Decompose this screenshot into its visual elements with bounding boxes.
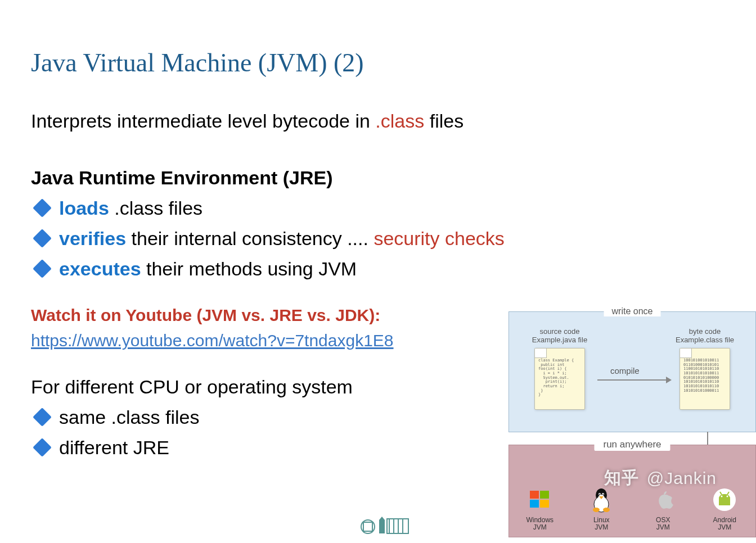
footer-decoration-icon (360, 515, 411, 540)
slide: Java Virtual Machine (JVM) (2) Interpret… (0, 0, 756, 543)
source-caption: source code Example.java file (526, 328, 593, 345)
wora-diagram: write once source code Example.java file… (508, 311, 756, 537)
jvm-row: WindowsJVM (509, 486, 755, 531)
slide-title: Java Virtual Machine (JVM) (2) (31, 48, 725, 78)
jvm-name: Android (713, 516, 736, 524)
windows-icon (526, 486, 554, 513)
jre-item-verifies: verifies their internal consistency ....… (31, 226, 725, 252)
svg-rect-1 (540, 491, 549, 499)
svg-rect-2 (530, 500, 539, 508)
jre-red: security checks (374, 228, 504, 249)
svg-rect-0 (530, 491, 539, 499)
android-icon (711, 486, 738, 513)
diagram-write-once: write once source code Example.java file… (508, 311, 756, 432)
jvm-sub: JVM (595, 523, 608, 531)
intro-prefix: Interprets intermediate level bytecode i… (31, 110, 375, 132)
source-caption2: Example.java file (532, 336, 587, 344)
bytecode-file: byte code Example.class file 10010100101… (671, 328, 739, 410)
jvm-linux: LinuxJVM (579, 486, 624, 531)
jre-rest: their methods using JVM (141, 258, 357, 279)
jre-heading: Java Runtime Environment (JRE) (31, 165, 725, 191)
bytecode-caption2: Example.class file (676, 336, 734, 344)
jvm-sub: JVM (718, 523, 731, 531)
svg-point-14 (721, 495, 723, 497)
linux-icon (588, 486, 615, 513)
source-content: class Example { public int foo(int i) { … (538, 359, 581, 397)
svg-point-11 (593, 508, 600, 512)
bytecode-content: 100101001010011 011010001010101 11001010… (683, 359, 726, 393)
source-doc-icon: class Example { public int foo(int i) { … (534, 348, 585, 410)
jre-item-executes: executes their methods using JVM (31, 256, 725, 282)
svg-point-12 (603, 508, 610, 512)
jvm-windows: WindowsJVM (518, 486, 562, 531)
jvm-sub: JVM (656, 523, 670, 531)
jvm-osx: OSXJVM (641, 486, 686, 531)
jvm-android: AndroidJVM (702, 486, 747, 531)
jvm-label: WindowsJVM (518, 517, 562, 531)
jre-list: loads .class files verifies their intern… (31, 196, 725, 282)
run-anywhere-label: run anywhere (594, 438, 670, 451)
compile-label: compile (610, 366, 640, 375)
jvm-label: OSXJVM (641, 517, 686, 531)
bytecode-doc-icon: 100101001010011 011010001010101 11001010… (680, 348, 730, 410)
jvm-name: Windows (526, 516, 554, 524)
jvm-sub: JVM (533, 523, 547, 531)
bytecode-caption: byte code Example.class file (671, 328, 739, 345)
svg-point-9 (599, 494, 600, 495)
source-file: source code Example.java file class Exam… (526, 328, 593, 410)
intro-highlight: .class (375, 110, 424, 132)
svg-rect-20 (379, 520, 385, 533)
intro-line: Interprets intermediate level bytecode i… (31, 108, 725, 134)
diagram-run-anywhere: run anywhere WindowsJVM (508, 445, 756, 537)
jvm-label: AndroidJVM (702, 517, 747, 531)
bytecode-caption1: byte code (689, 327, 721, 336)
compile-arrow-icon (597, 379, 670, 381)
jre-key: loads (59, 197, 109, 219)
svg-rect-19 (363, 522, 372, 531)
svg-point-10 (602, 494, 604, 495)
watch-url[interactable]: https://www.youtube.com/watch?v=7tndaxgk… (31, 331, 394, 350)
jvm-name: OSX (656, 516, 670, 524)
jre-key: verifies (59, 228, 126, 249)
jre-rest: their internal consistency .... (126, 228, 374, 249)
jre-key: executes (59, 258, 141, 279)
jvm-label: LinuxJVM (579, 517, 624, 531)
jre-item-loads: loads .class files (31, 196, 725, 221)
svg-rect-3 (540, 500, 549, 508)
jvm-name: Linux (593, 516, 610, 524)
jre-rest: .class files (109, 197, 202, 219)
source-caption1: source code (540, 327, 580, 336)
apple-icon (650, 486, 677, 513)
intro-suffix: files (424, 110, 464, 132)
svg-point-15 (727, 495, 728, 497)
write-once-label: write once (604, 306, 661, 316)
